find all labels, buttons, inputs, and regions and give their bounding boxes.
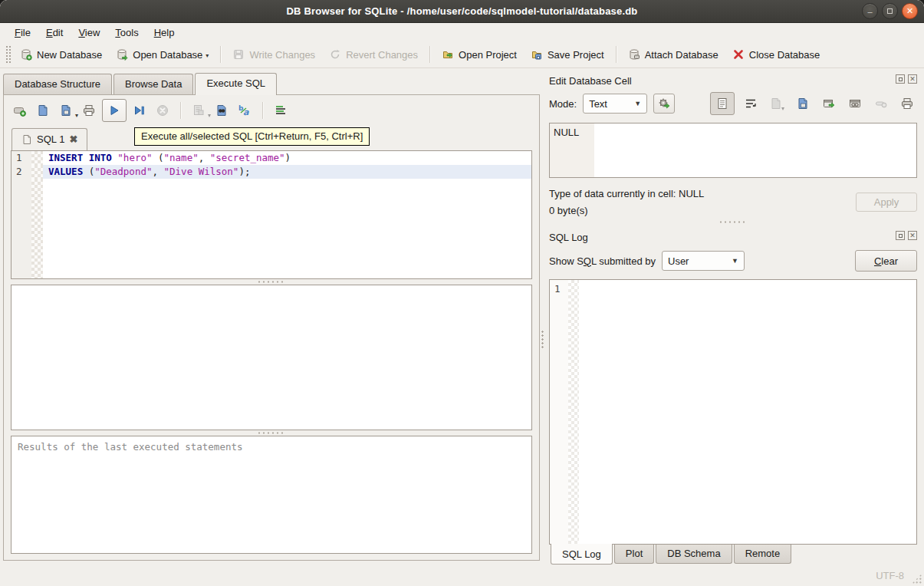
auto-indent-button[interactable] (271, 100, 291, 120)
mode-label: Mode: (549, 98, 577, 110)
toolbar-drag-handle[interactable] (5, 45, 11, 64)
editor-blank (43, 179, 531, 278)
open-project-button[interactable]: Open Project (435, 44, 524, 64)
minimize-button[interactable]: – (862, 3, 878, 19)
save-sql-file-icon (59, 104, 73, 117)
bottom-tab-plot[interactable]: Plot (614, 545, 654, 564)
write-changes-button: Write Changes (225, 44, 322, 64)
save-sql-file-button[interactable]: ▾ (56, 100, 76, 120)
bottom-tab-remote[interactable]: Remote (734, 545, 792, 564)
word-wrap-button[interactable] (741, 94, 761, 114)
maximize-button[interactable] (882, 3, 898, 19)
mode-select[interactable]: Text ▼ (583, 94, 647, 114)
set-null-button (871, 94, 891, 114)
close-button[interactable]: ✕ (902, 3, 918, 19)
cell-content-area[interactable] (594, 123, 916, 177)
sql-toolbar-separator (180, 102, 181, 119)
print-cell-button[interactable] (897, 94, 917, 114)
save-project-button[interactable]: Save Project (524, 44, 611, 64)
link-icon (848, 97, 862, 110)
sql-doc-tabbar: SQL 1 ✖ Execute all/selected SQL [Ctrl+R… (4, 126, 539, 150)
open-sql-file-icon (36, 104, 50, 117)
toolbar-separator (220, 46, 221, 63)
export-cell-button[interactable] (793, 94, 813, 114)
dock-splitter[interactable] (549, 216, 917, 227)
bottom-tab-db-schema[interactable]: DB Schema (656, 545, 732, 564)
close-dock-icon[interactable]: ✕ (908, 231, 917, 240)
format-sql-icon: ba (238, 104, 252, 117)
menu-edit[interactable]: Edit (39, 25, 70, 41)
float-dock-icon[interactable] (896, 74, 905, 84)
sql-log-header: SQL Log ✕ (549, 229, 917, 245)
close-database-icon (732, 48, 745, 61)
float-dock-icon[interactable] (896, 231, 905, 240)
sql-doc-tab[interactable]: SQL 1 ✖ (12, 128, 87, 150)
export-results-icon (192, 104, 206, 117)
results-splitter[interactable] (4, 430, 539, 436)
text-view-button[interactable] (710, 92, 735, 115)
import-settings-button[interactable] (653, 94, 675, 114)
menu-help[interactable]: Help (147, 25, 182, 41)
execute-line-button[interactable] (130, 100, 150, 120)
splitter-handle-icon (257, 431, 286, 435)
execute-all-button[interactable] (102, 99, 127, 122)
sql-doc-icon (21, 134, 32, 145)
splitter-handle-icon (257, 280, 286, 284)
sql-log-view[interactable]: 1 (549, 279, 917, 545)
results-placeholder: Results of the last executed statements (18, 441, 243, 453)
open-database-dropdown-icon[interactable]: ▾ (206, 52, 209, 61)
sql-log-filter-row: Show SQL submitted by User ▼ Clear (549, 247, 917, 275)
tab-execute-sql[interactable]: Execute SQL (195, 73, 277, 95)
attach-database-icon (628, 48, 640, 61)
menubar: File Edit View Tools Help (0, 23, 924, 41)
editor-splitter[interactable] (4, 279, 539, 285)
cell-size-info: 0 byte(s) (549, 205, 704, 216)
menu-view[interactable]: View (71, 25, 107, 41)
open-database-button[interactable]: Open Database ▾ (109, 44, 215, 64)
save-sql-dropdown-icon[interactable]: ▾ (75, 112, 78, 120)
code-line: VALUES ("Deadpond", "Dive Wilson"); (43, 165, 531, 179)
encoding-indicator: UTF-8 (876, 570, 904, 581)
editor-line-current: 2 VALUES ("Deadpond", "Dive Wilson"); (12, 165, 531, 179)
clear-log-button[interactable]: Clear (855, 250, 917, 272)
sql-editor[interactable]: 1 INSERT INTO "hero" ("name", "secret_na… (11, 150, 532, 279)
export-results-dropdown-icon: ▾ (208, 112, 211, 120)
open-project-icon (442, 48, 454, 61)
main-tabbar: Database Structure Browse Data Execute S… (3, 72, 540, 94)
close-database-button[interactable]: Close Database (725, 44, 827, 64)
set-null-icon (874, 97, 888, 110)
word-wrap-icon (744, 97, 758, 110)
results-table-pane[interactable] (11, 285, 532, 430)
menu-file[interactable]: File (8, 25, 38, 41)
format-sql-button[interactable]: ba (235, 100, 255, 120)
apply-button: Apply (856, 193, 917, 212)
bottom-tab-sql-log[interactable]: SQL Log (551, 544, 613, 565)
new-database-button[interactable]: New Database (13, 44, 109, 64)
attach-database-button[interactable]: Attach Database (621, 44, 725, 64)
copy-link-button[interactable] (845, 94, 865, 114)
close-dock-icon[interactable]: ✕ (908, 74, 917, 84)
cell-type-info: Type of data currently in cell: NULL (549, 188, 704, 199)
tab-database-structure[interactable]: Database Structure (3, 74, 112, 94)
find-in-sql-button[interactable] (212, 100, 232, 120)
new-sql-tab-button[interactable] (10, 100, 30, 120)
open-project-label: Open Project (459, 49, 517, 61)
log-content (579, 280, 916, 544)
toolbar-separator (429, 46, 430, 63)
app-window: DB Browser for SQLite - /home/user/code/… (0, 0, 924, 586)
open-sql-file-button[interactable] (33, 100, 53, 120)
close-sql-tab-icon[interactable]: ✖ (69, 133, 77, 145)
tab-browse-data[interactable]: Browse Data (113, 74, 193, 94)
print-sql-button[interactable] (79, 100, 99, 120)
results-message-pane[interactable]: Results of the last executed statements (11, 436, 532, 554)
open-database-label: Open Database (133, 49, 202, 61)
titlebar[interactable]: DB Browser for SQLite - /home/user/code/… (0, 0, 924, 23)
resize-grip[interactable] (912, 574, 922, 584)
cell-content-editor[interactable]: NULL (549, 123, 917, 178)
menu-tools[interactable]: Tools (108, 25, 145, 41)
submitter-select[interactable]: User ▼ (662, 251, 745, 271)
sql-toolbar: ▾ (4, 95, 539, 126)
open-external-button[interactable] (819, 94, 839, 114)
clear-label: Clear (874, 255, 898, 267)
revert-changes-icon (329, 48, 341, 61)
